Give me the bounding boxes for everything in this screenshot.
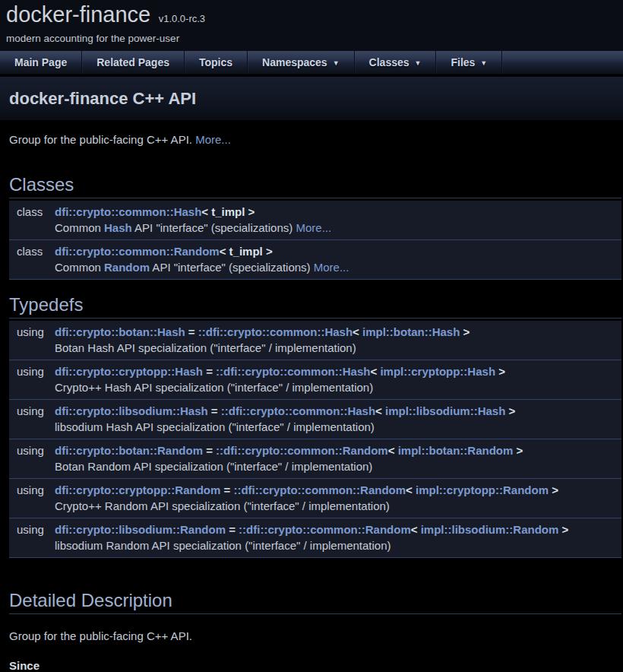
member-link[interactable]: ::dfi::crypto::common::Hash [221,404,375,417]
member-name: dfi::crypto::common::Random< t_impl > [55,243,621,259]
group-intro-text: Group for the public-facing C++ API. [9,133,195,146]
page-contents: Group for the public-facing C++ API. Mor… [0,133,623,672]
member-text: Common [55,261,104,274]
member-text: API "interface" (specializations) [150,261,314,274]
member-link[interactable]: ::dfi::crypto::common::Random [216,444,388,457]
member-text: < t_impl > [220,245,273,258]
member-link[interactable]: impl::cryptopp::Random [416,483,549,496]
member-link[interactable]: dfi::crypto::botan::Hash [55,325,185,338]
nav-tab-label: Topics [199,56,232,68]
member-link[interactable]: impl::botan::Random [398,444,514,457]
member-link[interactable]: dfi::crypto::cryptopp::Hash [55,365,203,378]
member-text: = [208,404,221,417]
member-keyword: using [9,324,55,340]
member-text: > [558,523,568,536]
nav-tab-main-page[interactable]: Main Page [0,51,82,74]
member-description: Common Random API "interface" (specializ… [55,259,621,275]
member-link[interactable]: impl::libsodium::Hash [385,404,505,417]
member-name: dfi::crypto::cryptopp::Hash = ::dfi::cry… [55,363,621,379]
nav-tab-label: Related Pages [96,56,169,68]
member-link[interactable]: dfi::crypto::common::Random [55,245,220,258]
member-text: libsodium Random API specialization ("in… [55,539,391,552]
member-text: < [353,325,362,338]
member-keyword: using [9,521,55,537]
nav-tab-namespaces[interactable]: Namespaces ▼ [248,51,355,74]
member-name: dfi::crypto::common::Hash< t_impl > [55,204,621,220]
member-text: > [460,325,470,338]
member-link[interactable]: dfi::crypto::cryptopp::Random [55,483,220,496]
member-text: Crypto++ Random API specialization ("int… [55,499,390,512]
member-link[interactable]: More... [296,221,331,234]
detailed-description-heading: Detailed Description [9,590,621,614]
member-link[interactable]: impl::cryptopp::Hash [380,365,495,378]
chevron-down-icon: ▼ [415,59,422,67]
member-row: classdfi::crypto::common::Hash< t_impl >… [9,201,621,240]
nav-tab-files[interactable]: Files ▼ [436,51,502,74]
typedefs-section-heading: Typedefs [9,294,621,319]
member-text: < [370,365,380,378]
member-row: usingdfi::crypto::cryptopp::Hash = ::dfi… [9,360,621,400]
classes-section-heading: Classes [9,174,621,198]
member-text: < [375,404,385,417]
nav-tab-related-pages[interactable]: Related Pages [82,51,185,74]
nav-tab-label: Classes [369,56,410,68]
member-name: dfi::crypto::cryptopp::Random = ::dfi::c… [55,482,621,498]
member-text: Crypto++ Hash API specialization ("inter… [55,381,373,394]
nav-tab-classes[interactable]: Classes ▼ [355,51,437,74]
member-text: = [203,444,216,457]
detailed-description-paragraph: Group for the public-facing C++ API. [9,629,621,642]
member-keyword-spacer [9,379,55,395]
typedefs-table: usingdfi::crypto::botan::Hash = ::dfi::c… [9,321,621,558]
member-keyword-spacer [9,340,55,356]
project-version: v1.0.0-rc.3 [159,13,205,24]
member-link[interactable]: dfi::crypto::libsodium::Random [55,523,226,536]
nav-tab-topics[interactable]: Topics [185,51,248,74]
member-link[interactable]: dfi::crypto::common::Hash [55,205,201,218]
member-link[interactable]: dfi::crypto::botan::Random [55,444,203,457]
member-link[interactable]: ::dfi::crypto::common::Random [233,483,406,496]
member-name: dfi::crypto::botan::Random = ::dfi::cryp… [55,442,621,458]
since-label: Since [9,659,621,672]
project-name: docker-finance [6,2,150,27]
member-keyword: using [9,403,55,419]
member-description: Crypto++ Hash API specialization ("inter… [55,379,621,395]
member-keyword-spacer [9,458,55,474]
member-keyword: class [9,243,55,259]
member-text: Botan Random API specialization ("interf… [55,460,372,473]
group-intro: Group for the public-facing C++ API. Mor… [9,133,621,146]
member-link[interactable]: More... [314,261,349,274]
member-link[interactable]: impl::libsodium::Random [421,523,559,536]
chevron-down-icon: ▼ [333,59,340,67]
member-keyword: using [9,482,55,498]
classes-table: classdfi::crypto::common::Hash< t_impl >… [9,201,621,280]
member-keyword: using [9,442,55,458]
member-description: Botan Hash API specialization ("interfac… [55,340,621,356]
member-text: < [406,483,416,496]
chevron-down-icon: ▼ [480,59,487,67]
page-title: docker-finance C++ API [9,89,196,109]
member-text: > [495,365,505,378]
main-navbar: Main Page Related Pages Topics Namespace… [0,51,623,74]
member-row: usingdfi::crypto::libsodium::Hash = ::df… [9,400,621,439]
member-row: usingdfi::crypto::libsodium::Random = ::… [9,518,621,558]
more-link[interactable]: More... [195,133,231,146]
member-link[interactable]: ::dfi::crypto::common::Hash [216,365,370,378]
member-keyword-spacer [9,537,55,553]
member-link[interactable]: Random [104,261,150,274]
member-row: usingdfi::crypto::cryptopp::Random = ::d… [9,479,621,518]
member-keyword: using [9,363,55,379]
member-name: dfi::crypto::libsodium::Random = ::dfi::… [55,521,621,537]
member-link[interactable]: dfi::crypto::libsodium::Hash [55,404,208,417]
member-link[interactable]: Hash [104,221,132,234]
member-description: libsodium Random API specialization ("in… [55,537,621,553]
member-description: Common Hash API "interface" (specializat… [55,220,621,236]
project-brief: modern accounting for the power-user [6,33,623,44]
member-text: = [203,365,216,378]
member-name: dfi::crypto::libsodium::Hash = ::dfi::cr… [55,403,621,419]
member-row: usingdfi::crypto::botan::Random = ::dfi:… [9,439,621,479]
member-link[interactable]: impl::botan::Hash [362,325,460,338]
member-row: classdfi::crypto::common::Random< t_impl… [9,240,621,280]
member-link[interactable]: ::dfi::crypto::common::Random [239,523,411,536]
member-link[interactable]: ::dfi::crypto::common::Hash [198,325,353,338]
member-keyword-spacer [9,419,55,435]
